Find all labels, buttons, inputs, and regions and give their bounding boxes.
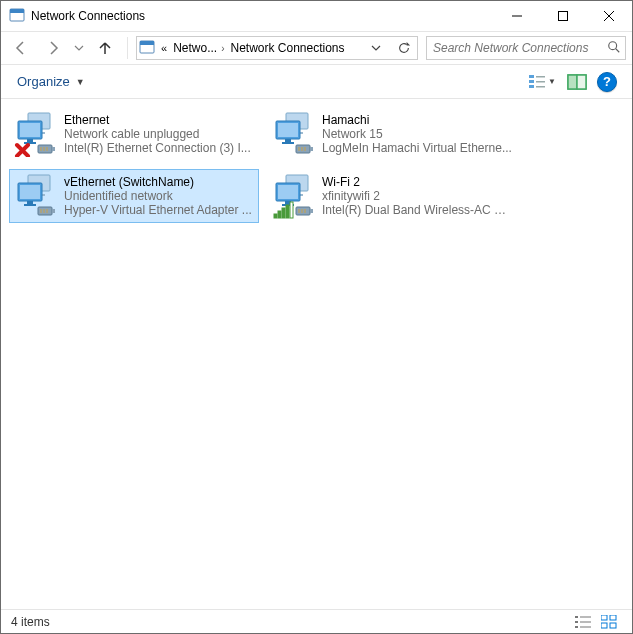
connection-status: Network cable unplugged [64,127,251,141]
svg-rect-82 [601,615,607,620]
search-input[interactable] [431,40,607,56]
svg-rect-29 [52,147,55,151]
up-button[interactable] [91,34,119,62]
svg-rect-13 [536,76,545,78]
svg-rect-4 [559,12,568,21]
svg-rect-28 [38,145,52,153]
svg-rect-78 [575,621,578,623]
svg-rect-81 [580,626,591,627]
refresh-button[interactable] [393,37,415,59]
minimize-button[interactable] [494,1,540,31]
connection-text: vEthernet (SwitchName)Unidentified netwo… [64,173,252,219]
network-adapter-icon [14,173,56,219]
forward-button[interactable] [39,34,67,62]
help-button[interactable]: ? [592,68,622,96]
app-icon [9,7,25,26]
back-button[interactable] [7,34,35,62]
svg-rect-63 [278,185,298,199]
titlebar: Network Connections [1,1,632,31]
help-icon: ? [597,72,617,92]
connection-name: Ethernet [64,113,251,127]
svg-line-11 [616,48,620,52]
dropdown-arrow-icon: ▼ [76,77,85,87]
window-title: Network Connections [31,9,494,23]
search-box[interactable] [426,36,626,60]
status-bar: 4 items [1,609,632,633]
search-icon[interactable] [607,40,621,57]
preview-pane-button[interactable] [562,68,592,96]
svg-rect-67 [310,209,313,213]
connection-item[interactable]: HamachiNetwork 15LogMeIn Hamachi Virtual… [267,107,517,161]
window: Network Connections [0,0,633,634]
svg-rect-26 [27,139,33,142]
network-adapter-icon [14,111,56,157]
network-adapter-icon [272,173,314,219]
svg-rect-51 [20,185,40,199]
breadcrumb-label: Network Connections [230,41,344,55]
connection-text: EthernetNetwork cable unpluggedIntel(R) … [64,111,251,157]
connection-text: Wi-Fi 2xfinitywifi 2Intel(R) Dual Band W… [322,173,512,219]
svg-rect-71 [274,214,277,218]
svg-rect-53 [24,204,36,206]
network-adapter-icon [272,111,314,157]
svg-rect-79 [580,621,591,622]
svg-rect-8 [140,41,154,45]
svg-rect-74 [286,205,289,218]
overflow-glyph: « [161,42,167,54]
organize-menu-button[interactable]: Organize ▼ [11,70,91,93]
svg-point-2 [14,13,20,19]
connection-status: xfinitywifi 2 [322,189,512,203]
connection-item[interactable]: Wi-Fi 2xfinitywifi 2Intel(R) Dual Band W… [267,169,517,223]
navbar: « Netwo... › Network Connections [1,31,632,65]
svg-rect-52 [27,201,33,204]
svg-rect-55 [52,209,55,213]
window-buttons [494,1,632,31]
svg-rect-43 [310,147,313,151]
organize-label: Organize [17,74,70,89]
connection-name: Hamachi [322,113,512,127]
connection-device: LogMeIn Hamachi Virtual Etherne... [322,141,512,155]
svg-rect-72 [278,211,281,218]
details-view-button[interactable] [570,615,596,629]
svg-rect-20 [577,75,586,89]
connection-name: Wi-Fi 2 [322,175,512,189]
svg-rect-27 [24,142,36,144]
tiles-view-button[interactable] [596,615,622,629]
svg-rect-73 [282,208,285,218]
svg-rect-76 [575,616,578,618]
item-count: 4 items [11,615,50,629]
control-panel-icon [139,39,155,58]
connection-status: Unidentified network [64,189,252,203]
svg-rect-83 [610,615,616,620]
svg-rect-42 [296,145,310,153]
breadcrumb-item-network[interactable]: Netwo... › [173,41,224,55]
connection-status: Network 15 [322,127,512,141]
svg-rect-15 [536,81,545,83]
connection-device: Intel(R) Ethernet Connection (3) I... [64,141,251,155]
svg-rect-17 [536,86,545,88]
svg-point-10 [609,41,617,49]
svg-rect-85 [610,623,616,628]
svg-rect-12 [529,75,534,78]
connection-item[interactable]: EthernetNetwork cable unpluggedIntel(R) … [9,107,259,161]
svg-rect-19 [568,75,577,89]
svg-rect-77 [580,616,591,617]
breadcrumb-overflow[interactable]: « [161,42,167,54]
address-history-button[interactable] [365,37,387,59]
connection-item[interactable]: vEthernet (SwitchName)Unidentified netwo… [9,169,259,223]
dropdown-arrow-icon: ▼ [548,77,556,86]
svg-point-9 [144,45,150,51]
separator [127,37,128,59]
maximize-button[interactable] [540,1,586,31]
close-button[interactable] [586,1,632,31]
svg-rect-39 [278,123,298,137]
connection-text: HamachiNetwork 15LogMeIn Hamachi Virtual… [322,111,512,157]
svg-rect-66 [296,207,310,215]
command-bar: Organize ▼ ▼ ? [1,65,632,99]
connection-name: vEthernet (SwitchName) [64,175,252,189]
address-bar[interactable]: « Netwo... › Network Connections [136,36,418,60]
view-options-button[interactable]: ▼ [522,68,562,96]
content-area[interactable]: EthernetNetwork cable unpluggedIntel(R) … [1,99,632,609]
recent-locations-button[interactable] [71,34,87,62]
breadcrumb-item-connections[interactable]: Network Connections [230,41,344,55]
